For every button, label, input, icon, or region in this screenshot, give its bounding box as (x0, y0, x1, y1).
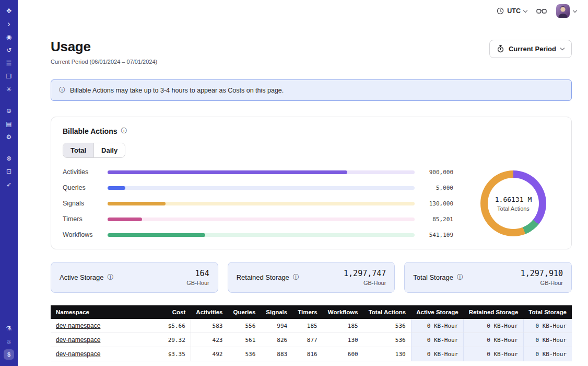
table-cell: $3.35 (158, 347, 191, 361)
stopwatch-icon (497, 45, 504, 53)
info-icon[interactable]: ⓘ (293, 273, 299, 282)
table-cell: 536 (363, 333, 411, 347)
column-header-namespace: Namespace (51, 305, 158, 319)
table-cell: 536 (228, 347, 261, 361)
table-header-row: NamespaceCostActivitiesQueriesSignalsTim… (51, 305, 572, 319)
tab-total[interactable]: Total (63, 143, 94, 157)
tab-daily[interactable]: Daily (94, 143, 125, 157)
avatar-person-icon (556, 4, 570, 18)
bar-label: Queries (63, 184, 101, 191)
bar-fill (108, 233, 205, 237)
donut-total-value: 1.66131 M (495, 196, 532, 203)
schedules-icon[interactable]: ↺ (0, 43, 18, 56)
billable-chart-area: Activities 900,000 Queries 5,000 (63, 168, 560, 238)
usage-icon[interactable]: $ (0, 348, 18, 361)
timezone-label: UTC (507, 7, 521, 15)
topbar: UTC (18, 0, 588, 22)
info-banner-text: Billable Actions may take up to 3-4 hour… (70, 87, 284, 94)
namespace-link[interactable]: dev-namespace (56, 350, 100, 358)
page-header: Usage Current Period (06/01/2024 – 07/01… (51, 39, 572, 65)
storage-stat-card: Total Storage ⓘ 1,297,910 GB-Hour (404, 262, 572, 293)
storage-stats-row: Active Storage ⓘ 164 GB-Hour Retained St… (51, 262, 572, 293)
feedback-goggles-icon[interactable] (536, 8, 547, 15)
main-content: Usage Current Period (06/01/2024 – 07/01… (18, 39, 588, 366)
column-header-queries: Queries (228, 305, 261, 319)
timezone-selector[interactable]: UTC (497, 7, 527, 15)
workflows-icon[interactable]: ◉ (0, 30, 18, 43)
table-cell: 0 KB-Hour (411, 347, 464, 361)
namespace-link[interactable]: dev-namespace (56, 322, 100, 329)
stat-value: 1,297,910 (521, 269, 563, 278)
bar-row: Workflows 541,109 (63, 231, 453, 238)
support-icon[interactable]: ⊗ (0, 152, 18, 165)
namespace-cell: dev-namespace (51, 319, 158, 333)
chevron-down-icon (573, 8, 577, 12)
chevron-down-icon (523, 8, 527, 12)
avatar[interactable] (556, 4, 570, 18)
nexus-icon[interactable]: ✳ (0, 83, 18, 96)
namespace-link[interactable]: dev-namespace (56, 336, 100, 344)
info-icon[interactable]: ⓘ (457, 273, 463, 282)
stat-unit: GB-Hour (344, 280, 386, 286)
table-cell: 561 (228, 333, 261, 347)
bar-track (108, 218, 415, 221)
user-menu[interactable] (556, 4, 577, 18)
bar-row: Activities 900,000 (63, 168, 453, 176)
bar-fill (108, 186, 125, 190)
table-cell: 492 (191, 347, 228, 361)
bar-label: Timers (63, 215, 101, 223)
bar-value: 5,000 (421, 185, 453, 191)
batch-operations-icon[interactable]: ☰ (0, 56, 18, 70)
period-selector-button[interactable]: Current Period (489, 40, 572, 58)
table-cell: 185 (323, 319, 363, 333)
labs-icon[interactable]: ⚗ (0, 322, 18, 335)
page-title: Usage (51, 39, 157, 55)
table-cell: 826 (261, 333, 292, 347)
table-cell: 0 KB-Hour (464, 347, 524, 361)
namespace-cell: dev-namespace (51, 347, 158, 361)
billable-bar-chart: Activities 900,000 Queries 5,000 (63, 168, 453, 238)
collapse-sidebar-icon[interactable]: › (0, 17, 18, 30)
table-cell: 556 (228, 319, 261, 333)
docs-icon[interactable]: ⊡ (0, 165, 18, 178)
donut-wrap: 1.66131 M Total Actions (467, 170, 560, 236)
bar-value: 541,109 (421, 232, 453, 238)
info-icon[interactable]: ⓘ (121, 127, 127, 135)
bar-track (108, 186, 415, 190)
cloud-icon[interactable]: ⊕ (0, 104, 18, 117)
table-cell: 0 KB-Hour (523, 319, 572, 333)
clock-icon (497, 7, 504, 15)
table-cell: 29.32 (158, 333, 191, 347)
getting-started-icon[interactable]: ➶ (0, 178, 18, 191)
table-cell: 0 KB-Hour (464, 333, 524, 347)
bar-label: Activities (63, 168, 101, 176)
column-header-timers: Timers (292, 305, 323, 319)
stat-label: Retained Storage (237, 273, 289, 281)
stat-unit: GB-Hour (186, 280, 209, 286)
total-actions-donut: 1.66131 M Total Actions (480, 170, 546, 236)
column-header-signals: Signals (261, 305, 292, 319)
info-icon[interactable]: ⓘ (108, 273, 114, 282)
namespace-cell: dev-namespace (51, 333, 158, 347)
nav-menu-icon[interactable]: ✥ (0, 4, 18, 17)
info-icon: ⓘ (59, 86, 65, 95)
table-row: dev-namespace$5.665835569941851855360 KB… (51, 319, 572, 333)
column-header-total-actions: Total Actions (363, 305, 411, 319)
column-header-total-storage: Total Storage (523, 305, 572, 319)
deployments-icon[interactable]: ❒ (0, 70, 18, 83)
settings-icon[interactable]: ⚙ (0, 130, 18, 143)
bar-fill (108, 170, 347, 174)
bar-label: Workflows (63, 231, 101, 238)
table-cell: 877 (292, 333, 323, 347)
billable-actions-title: Billable Actions (63, 127, 117, 135)
theme-icon[interactable]: ☼ (0, 335, 18, 348)
billing-icon[interactable]: ▤ (0, 117, 18, 130)
bar-fill (108, 202, 166, 205)
billable-actions-card: Billable Actions ⓘ Total Daily Activitie… (51, 117, 572, 249)
column-header-active-storage: Active Storage (411, 305, 464, 319)
table-cell: 130 (363, 347, 411, 361)
table-row: dev-namespace29.324235618268771305360 KB… (51, 333, 572, 347)
bar-row: Timers 85,201 (63, 215, 453, 223)
table-cell: $5.66 (158, 319, 191, 333)
bar-track (108, 170, 415, 174)
